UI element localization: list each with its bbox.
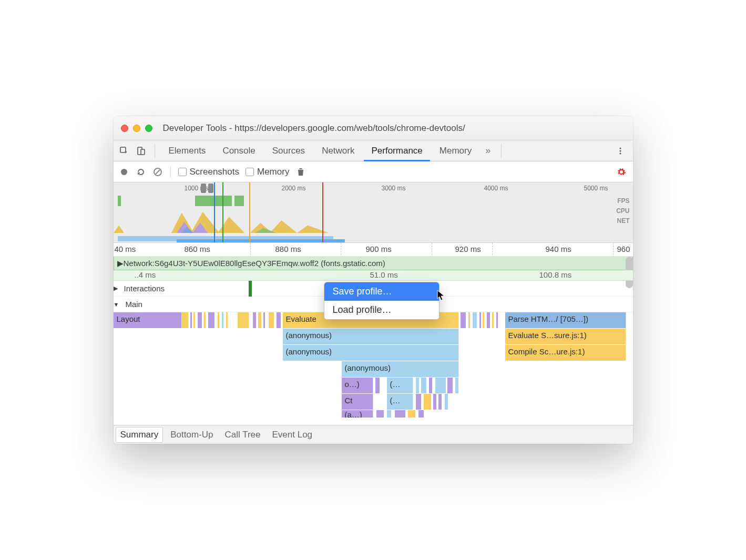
ruler-tick: 960 (617, 245, 630, 253)
flame-bar[interactable] (208, 312, 214, 328)
flame-bar[interactable] (435, 378, 446, 393)
flame-bar[interactable] (395, 410, 405, 418)
tab-sources[interactable]: Sources (265, 140, 312, 161)
flame-bar[interactable] (416, 378, 419, 393)
flame-bar[interactable] (253, 312, 256, 328)
tab-memory[interactable]: Memory (432, 140, 479, 161)
tab-console[interactable]: Console (215, 140, 262, 161)
flame-bar[interactable] (445, 394, 448, 410)
tab-call-tree[interactable]: Call Tree (220, 427, 264, 442)
more-tabs-icon[interactable]: » (481, 145, 495, 156)
close-window-icon[interactable] (121, 125, 128, 132)
timeline-overview[interactable]: 1000 ms 2000 ms 3000 ms 4000 ms 5000 ms … (114, 182, 633, 243)
flame-bar[interactable] (226, 312, 228, 328)
tab-summary[interactable]: Summary (116, 427, 163, 443)
flame-bar[interactable] (193, 312, 195, 328)
ruler-tick: 860 ms (185, 245, 210, 253)
overview-selection-handle[interactable] (201, 184, 206, 193)
fps-bar (234, 196, 244, 206)
flame-bar[interactable] (447, 378, 453, 393)
flame-bar[interactable] (487, 312, 490, 328)
flame-bar[interactable] (416, 394, 421, 410)
kebab-menu-icon[interactable] (613, 144, 628, 158)
flame-bar[interactable] (429, 378, 432, 393)
flame-bar[interactable] (483, 312, 484, 328)
flame-chart-area[interactable]: ▶ Network :S6g4U3t-Y5UEw0lE80llgEseQY3FE… (114, 257, 633, 425)
memory-checkbox[interactable]: Memory (246, 167, 289, 177)
flame-bar[interactable] (258, 312, 261, 328)
lane-fps: FPS (616, 196, 629, 206)
main-thread-flame-chart[interactable]: Layout Evaluate Parse HTM…/ (114, 312, 633, 415)
interactions-label: Interactions (120, 284, 165, 293)
titlebar[interactable]: Developer Tools - https://developers.goo… (114, 116, 633, 140)
flame-anonymous[interactable]: (anonymous) (283, 345, 459, 361)
flame-bar[interactable] (418, 410, 424, 418)
flame-bar[interactable] (204, 312, 206, 328)
tab-bottom-up[interactable]: Bottom-Up (166, 427, 217, 442)
context-menu-save-profile[interactable]: Save profile… (324, 282, 439, 301)
flame-bar[interactable] (222, 312, 223, 328)
marker-fp (222, 182, 223, 242)
flame-bar[interactable] (238, 312, 249, 328)
flame-bar[interactable] (421, 378, 426, 393)
reload-record-icon[interactable] (136, 167, 146, 177)
tab-network[interactable]: Network (314, 140, 362, 161)
checkbox-icon (178, 168, 187, 176)
flame-o[interactable]: o…) (342, 378, 373, 393)
context-menu-load-profile[interactable]: Load profile… (324, 301, 439, 319)
flame-bar[interactable] (455, 378, 458, 393)
minimize-window-icon[interactable] (133, 125, 140, 132)
ruler-tick: 900 ms (366, 245, 392, 253)
context-menu: Save profile… Load profile… (324, 282, 440, 320)
flame-bar[interactable] (198, 312, 202, 328)
flame-evaluate-s[interactable]: Evaluate S…sure.js:1) (505, 329, 626, 344)
frames-row[interactable]: ..4 ms 51.0 ms 100.8 ms (114, 270, 633, 281)
tab-event-log[interactable]: Event Log (268, 427, 317, 442)
flame-bar[interactable] (492, 312, 494, 328)
flame-bar[interactable] (375, 378, 380, 393)
overview-selection-handle[interactable] (208, 184, 213, 193)
tab-performance[interactable]: Performance (364, 140, 430, 161)
clear-icon[interactable] (152, 167, 163, 177)
flame-bar[interactable] (190, 312, 192, 328)
flame-paren[interactable]: (… (387, 394, 413, 410)
flame-bar[interactable] (182, 312, 189, 328)
flame-bar[interactable] (408, 410, 415, 418)
flame-paren[interactable]: (… (387, 378, 413, 393)
net-bar (177, 239, 345, 242)
ruler-tick: 40 ms (115, 245, 136, 253)
flame-bar[interactable] (277, 312, 281, 328)
flame-anonymous[interactable]: (anonymous) (342, 361, 459, 377)
flame-bar[interactable] (433, 394, 436, 410)
flame-bar[interactable] (479, 312, 481, 328)
flame-compile-s[interactable]: Compile Sc…ure.js:1) (505, 345, 626, 361)
flame-bar[interactable] (218, 312, 219, 328)
flame-a[interactable]: (a…) (342, 410, 373, 418)
flame-bar[interactable] (473, 312, 477, 328)
settings-icon[interactable] (616, 167, 627, 177)
maximize-window-icon[interactable] (145, 125, 152, 132)
flame-layout[interactable]: Layout (114, 312, 182, 328)
device-toolbar-icon[interactable] (134, 144, 148, 158)
flame-bar[interactable] (269, 312, 274, 328)
flame-bar[interactable] (461, 312, 466, 328)
flame-bar[interactable] (496, 312, 498, 328)
screenshots-checkbox[interactable]: Screenshots (178, 167, 240, 177)
inspect-element-icon[interactable] (117, 144, 131, 158)
flame-ct[interactable]: Ct (342, 394, 373, 410)
flame-bar[interactable] (468, 312, 470, 328)
garbage-collect-icon[interactable] (295, 167, 306, 177)
network-group-row[interactable]: ▶ Network :S6g4U3t-Y5UEw0lE80llgEseQY3FE… (114, 257, 633, 270)
flame-bar[interactable] (438, 394, 442, 410)
record-icon[interactable] (119, 167, 129, 177)
tab-elements[interactable]: Elements (161, 140, 213, 161)
timeline-ruler[interactable]: 40 ms 860 ms 880 ms 900 ms 920 ms 940 ms… (114, 243, 633, 257)
flame-bar[interactable] (424, 394, 431, 410)
cpu-graph (114, 208, 607, 233)
flame-anonymous[interactable]: (anonymous) (283, 329, 459, 344)
flame-bar[interactable] (376, 410, 384, 418)
flame-bar[interactable] (263, 312, 265, 328)
frame-duration: 51.0 ms (370, 270, 398, 279)
flame-parse-html[interactable]: Parse HTM…/ [705…]) (505, 312, 626, 328)
flame-bar[interactable] (387, 410, 391, 418)
